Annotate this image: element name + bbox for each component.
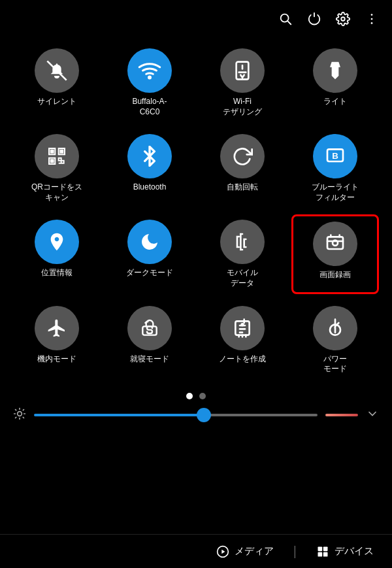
svg-point-7	[149, 76, 151, 78]
media-label: メディア	[235, 545, 274, 558]
tile-bluetooth-label: Bluetooth	[133, 182, 167, 193]
tile-qr[interactable]: QRコードをス キャン	[13, 129, 101, 208]
bottom-bar: メディア | デバイス	[0, 534, 392, 568]
tile-powermode[interactable]: パワー モード	[291, 301, 379, 380]
tile-note-label: ノートを作成	[219, 354, 266, 365]
svg-point-26	[18, 411, 22, 416]
svg-point-3	[371, 14, 373, 16]
chevron-down-icon[interactable]	[366, 407, 379, 424]
svg-point-2	[341, 17, 345, 21]
svg-line-29	[16, 409, 16, 410]
tile-bluetooth[interactable]: Bluetooth	[106, 129, 193, 208]
svg-marker-36	[221, 549, 225, 554]
svg-point-24	[242, 324, 244, 326]
svg-rect-17	[327, 237, 343, 250]
dot-2[interactable]	[199, 393, 206, 399]
settings-icon[interactable]	[336, 12, 350, 30]
svg-line-34	[23, 409, 24, 410]
svg-rect-37	[318, 546, 323, 551]
tile-location[interactable]: 位置情報	[13, 214, 101, 293]
grid-row-3: 位置情報 ダークモード モバイル データ 画面録画	[13, 214, 379, 293]
brightness-thumb[interactable]	[197, 408, 211, 422]
tile-note[interactable]: ノートを作成	[199, 301, 286, 380]
tile-darkmode-label: ダークモード	[126, 268, 173, 278]
svg-line-1	[287, 21, 291, 24]
tile-screencap[interactable]: 画面録画	[291, 214, 379, 293]
svg-line-30	[23, 417, 24, 418]
tile-silent-label: サイレント	[37, 97, 76, 107]
tile-screencap-label: 画面録画	[319, 270, 351, 280]
grid-row-4: 機内モード 就寝モード ノートを作成 パワー モード	[13, 301, 379, 380]
svg-rect-13	[60, 150, 63, 153]
tile-rotate[interactable]: 自動回転	[199, 129, 286, 208]
brightness-row	[0, 405, 392, 426]
quick-settings-grid: サイレント Buffalo-A- C6C0 Wi-Fi テザリング ライト	[0, 37, 392, 386]
tile-silent[interactable]: サイレント	[13, 43, 101, 122]
brightness-end	[325, 414, 358, 416]
tile-location-label: 位置情報	[41, 268, 73, 278]
tile-qr-label: QRコードをス キャン	[31, 182, 82, 203]
tile-airplane-label: 機内モード	[37, 354, 76, 365]
svg-rect-14	[51, 160, 54, 163]
power-icon[interactable]	[307, 12, 321, 30]
tile-bluelight-label: ブルーライト フィルター	[312, 182, 359, 203]
top-bar	[0, 0, 392, 37]
device-item[interactable]: デバイス	[316, 545, 374, 558]
tile-flashlight-label: ライト	[323, 97, 347, 107]
svg-text:B: B	[332, 151, 338, 161]
tile-rotate-label: 自動回転	[227, 182, 258, 193]
svg-point-5	[371, 22, 373, 24]
tile-darkmode[interactable]: ダークモード	[106, 214, 193, 293]
tile-flashlight[interactable]: ライト	[291, 43, 379, 122]
tile-bluelight[interactable]: B ブルーライト フィルター	[291, 129, 379, 208]
svg-rect-12	[51, 150, 54, 153]
grid-row-1: サイレント Buffalo-A- C6C0 Wi-Fi テザリング ライト	[13, 43, 379, 122]
more-icon[interactable]	[365, 12, 379, 30]
tile-airplane[interactable]: 機内モード	[13, 301, 101, 380]
svg-point-4	[371, 18, 373, 20]
tile-mobile[interactable]: モバイル データ	[199, 214, 286, 293]
tile-sleep-label: 就寝モード	[130, 354, 169, 365]
media-item[interactable]: メディア	[216, 545, 274, 558]
grid-row-2: QRコードをス キャン Bluetooth 自動回転 B ブルーライト フィルタ…	[13, 129, 379, 208]
svg-rect-39	[318, 552, 323, 556]
tile-tether-label: Wi-Fi テザリング	[223, 97, 262, 117]
device-label: デバイス	[335, 545, 374, 558]
dot-1[interactable]	[186, 393, 193, 399]
tile-wifi[interactable]: Buffalo-A- C6C0	[106, 43, 193, 122]
brightness-slider[interactable]	[34, 414, 318, 416]
tile-powermode-label: パワー モード	[323, 354, 347, 375]
bottom-divider: |	[293, 544, 297, 559]
svg-line-33	[16, 417, 16, 418]
svg-rect-38	[323, 546, 328, 551]
tile-tether[interactable]: Wi-Fi テザリング	[199, 43, 286, 122]
svg-rect-40	[323, 552, 328, 556]
tile-mobile-label: モバイル データ	[227, 268, 258, 288]
search-icon[interactable]	[278, 12, 293, 30]
brightness-icon	[13, 407, 26, 424]
tile-wifi-label: Buffalo-A- C6C0	[132, 97, 167, 117]
page-dots	[0, 393, 392, 399]
tile-sleep[interactable]: 就寝モード	[106, 301, 193, 380]
